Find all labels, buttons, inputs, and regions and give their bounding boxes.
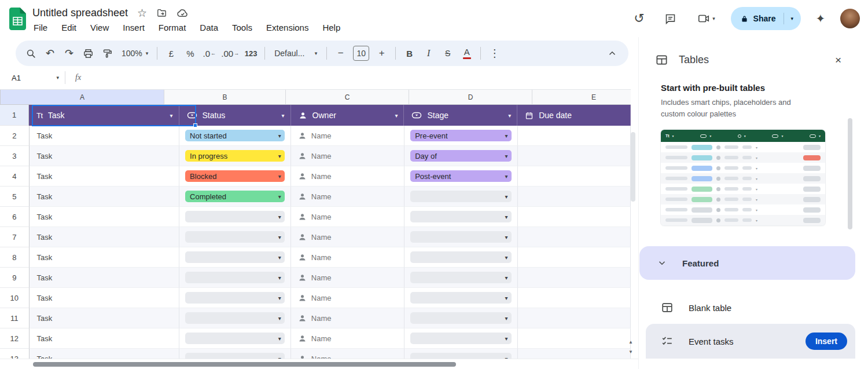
comments-icon[interactable] [659, 7, 682, 30]
cell-name-box[interactable]: A1 ▾ [0, 74, 65, 82]
cell-owner[interactable]: Name [291, 308, 404, 328]
cell-owner[interactable]: Name [291, 187, 404, 207]
cell-owner[interactable]: Name [291, 247, 404, 268]
increase-font-size-button[interactable]: + [372, 44, 391, 63]
menu-edit[interactable]: Edit [60, 22, 78, 33]
cell-status[interactable]: In progress▾ [179, 146, 291, 166]
menu-insert[interactable]: Insert [122, 22, 146, 33]
cell-status[interactable]: ▾ [179, 288, 291, 308]
table-header-due-date[interactable]: Due date [517, 105, 631, 126]
cell-due-date[interactable] [518, 166, 631, 187]
search-icon[interactable] [21, 44, 41, 63]
cell-task[interactable]: Task [30, 328, 180, 349]
cell-status[interactable]: Completed▾ [179, 187, 291, 207]
status-chip[interactable]: ▾ [185, 272, 285, 283]
redo-button[interactable]: ↷ [60, 44, 79, 63]
horizontal-scrollbar-thumb[interactable] [33, 362, 456, 367]
cell-stage[interactable]: ▾ [404, 268, 517, 288]
status-chip[interactable]: ▾ [185, 292, 285, 304]
table-header-owner[interactable]: Owner ▾ [291, 105, 404, 126]
table-header-task[interactable]: Tt Task ▾ [29, 105, 179, 126]
status-chip[interactable]: ▾ [185, 211, 285, 222]
move-folder-icon[interactable] [156, 8, 167, 19]
column-header-C[interactable]: C [286, 90, 409, 105]
cell-due-date[interactable] [518, 146, 631, 166]
more-options-button[interactable]: ⋮ [485, 44, 504, 63]
cell-due-date[interactable] [518, 227, 631, 247]
scroll-up-arrow[interactable]: ▲ [626, 338, 635, 346]
list-item-blank-table[interactable]: Blank table [646, 291, 855, 324]
cell-stage[interactable]: ▾ [404, 187, 517, 207]
cell-stage[interactable]: ▾ [404, 288, 517, 308]
cell-status[interactable]: ▾ [179, 247, 291, 268]
row-header-1[interactable]: 1 [0, 105, 29, 126]
list-item-event-tasks[interactable]: Event tasks Insert [646, 324, 855, 359]
stage-chip[interactable]: Pre-event▾ [410, 130, 511, 141]
row-header-6[interactable]: 6 [0, 207, 30, 227]
share-dropdown-caret[interactable]: ▾ [790, 16, 793, 21]
stage-chip[interactable]: ▾ [410, 312, 511, 324]
document-title[interactable]: Untitled spreadsheet [32, 7, 128, 19]
print-button[interactable] [79, 44, 98, 63]
row-header-10[interactable]: 10 [0, 288, 30, 308]
status-chip[interactable]: Blocked▾ [185, 170, 285, 182]
column-header-B[interactable]: B [164, 90, 286, 105]
chevron-down-icon[interactable]: ▾ [170, 112, 173, 119]
table-header-status[interactable]: Status ▾ [179, 105, 291, 126]
percent-format-button[interactable]: % [181, 44, 200, 63]
status-chip[interactable]: Not started▾ [185, 130, 285, 141]
stage-chip[interactable]: ▾ [410, 211, 511, 222]
stage-chip[interactable]: ▾ [410, 272, 511, 283]
stage-chip[interactable]: ▾ [410, 292, 511, 304]
cell-owner[interactable]: Name [291, 146, 404, 166]
stage-chip[interactable]: ▾ [410, 251, 511, 263]
version-history-icon[interactable]: ↺ [628, 7, 651, 30]
chevron-down-icon[interactable]: ▾ [395, 112, 398, 119]
cell-task[interactable]: Task [30, 146, 180, 166]
chevron-down-icon[interactable]: ▾ [508, 112, 511, 119]
number-format-button[interactable]: 123 [241, 44, 260, 63]
status-chip[interactable]: ▾ [185, 312, 285, 324]
row-header-8[interactable]: 8 [0, 247, 30, 268]
cell-stage[interactable]: ▾ [404, 247, 517, 268]
status-chip[interactable]: In progress▾ [185, 150, 285, 162]
cell-status[interactable]: ▾ [179, 268, 291, 288]
scroll-down-arrow[interactable]: ▼ [626, 348, 635, 356]
status-chip[interactable]: ▾ [185, 333, 285, 344]
currency-format-button[interactable]: £ [161, 44, 181, 63]
menu-format[interactable]: Format [157, 22, 187, 33]
font-size-input[interactable]: 10 [353, 46, 369, 61]
stage-chip[interactable]: ▾ [410, 231, 511, 243]
cell-owner[interactable]: Name [291, 166, 404, 187]
cell-due-date[interactable] [518, 288, 631, 308]
cell-due-date[interactable] [518, 207, 631, 227]
cell-status[interactable]: Blocked▾ [179, 166, 291, 187]
close-icon[interactable]: × [835, 54, 841, 67]
insert-button[interactable]: Insert [806, 333, 847, 350]
increase-decimal-button[interactable]: .00 → [219, 44, 241, 63]
avatar[interactable] [840, 9, 860, 28]
menu-extensions[interactable]: Extensions [265, 22, 310, 33]
font-select[interactable]: Defaul... ▾ [269, 44, 322, 63]
cell-status[interactable]: ▾ [179, 207, 291, 227]
cell-task[interactable]: Task [30, 288, 180, 308]
cell-status[interactable]: ▾ [179, 308, 291, 328]
cell-stage[interactable]: Post-event▾ [404, 166, 517, 187]
row-header-7[interactable]: 7 [0, 227, 30, 247]
cell-due-date[interactable] [518, 328, 631, 349]
stage-chip[interactable]: ▾ [410, 191, 511, 202]
column-header-D[interactable]: D [409, 90, 532, 105]
menu-help[interactable]: Help [321, 22, 341, 33]
paint-format-button[interactable] [98, 44, 117, 63]
cell-due-date[interactable] [518, 308, 631, 328]
cell-task[interactable]: Task [30, 247, 180, 268]
bold-button[interactable]: B [400, 44, 419, 63]
cell-owner[interactable]: Name [291, 268, 404, 288]
meet-video-icon[interactable]: ▾ [690, 7, 723, 30]
cell-owner[interactable]: Name [291, 227, 404, 247]
menu-view[interactable]: View [89, 22, 110, 33]
featured-section[interactable]: Featured [639, 246, 855, 280]
cell-status[interactable]: ▾ [179, 328, 291, 349]
cell-due-date[interactable] [518, 126, 631, 146]
vertical-scrollbar-thumb[interactable] [631, 132, 635, 202]
